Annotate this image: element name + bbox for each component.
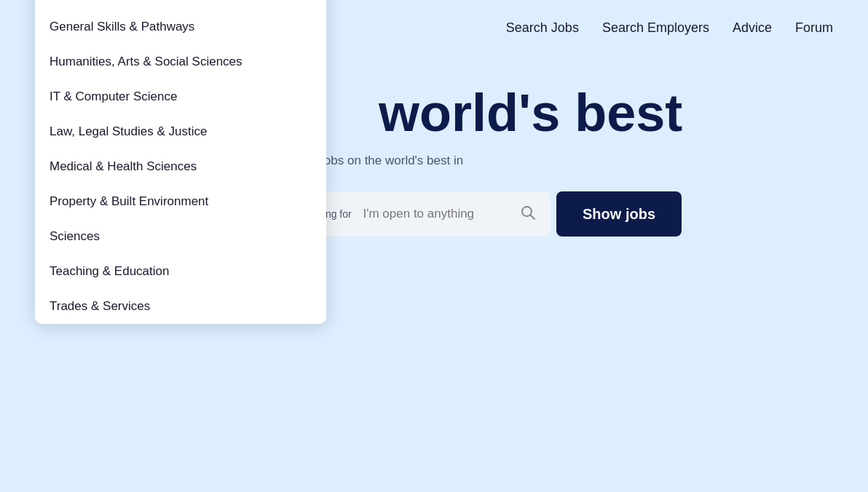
nav-forum[interactable]: Forum [795, 20, 833, 36]
show-jobs-button[interactable]: Show jobs [556, 191, 682, 237]
dropdown-item-teaching[interactable]: Teaching & Education [35, 254, 326, 289]
study-field-dropdown-wrapper: Any Study Field Business & Management Cr… [35, 191, 268, 237]
nav-search-employers[interactable]: Search Employers [602, 20, 709, 36]
dropdown-item-medical[interactable]: Medical & Health Sciences [35, 149, 326, 184]
search-bar: Any Study Field Business & Management Cr… [35, 191, 833, 237]
hero-title-highlight: world's best [379, 84, 682, 142]
svg-line-7 [531, 215, 535, 219]
dropdown-item-trades[interactable]: Trades & Services [35, 289, 326, 324]
nav-advice[interactable]: Advice [733, 20, 772, 36]
nav-search-jobs[interactable]: Search Jobs [506, 20, 579, 36]
dropdown-item-it[interactable]: IT & Computer Science [35, 79, 326, 114]
dropdown-item-general[interactable]: General Skills & Pathways [35, 9, 326, 44]
dropdown-item-property[interactable]: Property & Built Environment [35, 184, 326, 219]
dropdown-item-law[interactable]: Law, Legal Studies & Justice [35, 114, 326, 149]
hero-section: D world's best La plying for one of thou… [0, 55, 868, 237]
study-field-dropdown-menu: Any Study Field Business & Management Cr… [35, 0, 326, 324]
dropdown-item-food[interactable]: Food, Hospitality & Personal Services [35, 0, 326, 9]
main-nav: Search Jobs Search Employers Advice Foru… [506, 20, 833, 36]
dropdown-item-sciences[interactable]: Sciences [35, 219, 326, 254]
search-icon [520, 205, 536, 224]
dropdown-item-humanities[interactable]: Humanities, Arts & Social Sciences [35, 44, 326, 79]
search-input[interactable] [363, 207, 521, 221]
